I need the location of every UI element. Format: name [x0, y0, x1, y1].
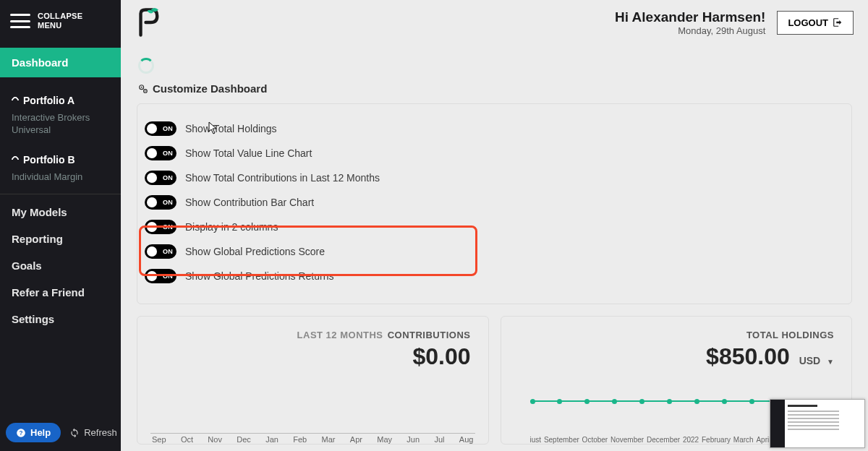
currency-label: USD — [799, 355, 821, 366]
contributions-title: CONTRIBUTIONS — [388, 330, 471, 340]
portfolio-b-label: Portfolio B — [23, 154, 75, 166]
contributions-prefix: LAST 12 MONTHS — [297, 330, 383, 340]
portfolio-icon — [10, 155, 20, 165]
help-label: Help — [30, 427, 51, 438]
refresh-icon — [69, 428, 80, 438]
logout-button[interactable]: LOGOUT — [777, 11, 854, 35]
toggle-label: Show Total Holdings — [185, 123, 277, 134]
toggle-label: Show Global Predictions Score — [185, 246, 325, 257]
toggle-label: Display in 2 columns — [185, 221, 278, 233]
nav-portfolio-a[interactable]: Portfolio A — [0, 87, 121, 109]
gears-icon — [138, 84, 148, 94]
collapse-menu-label: COLLAPSEMENU — [38, 12, 82, 30]
help-icon: ? — [16, 428, 26, 438]
contributions-value: $0.00 — [155, 343, 471, 370]
toggle-total-contributions[interactable]: ON — [145, 171, 176, 185]
greeting-block: Hi Alexander Harmsen! Monday, 29th Augus… — [615, 9, 765, 36]
toggle-contribution-bar-chart[interactable]: ON — [145, 195, 176, 210]
nav-dashboard[interactable]: Dashboard — [0, 48, 121, 77]
portfolio-a-sub[interactable]: Interactive Brokers Universal — [0, 109, 121, 142]
date: Monday, 29th August — [615, 25, 765, 36]
customize-panel: ON Show Total Holdings ON Show Total Val… — [137, 103, 852, 304]
hamburger-icon — [10, 14, 30, 28]
nav-refer-a-friend[interactable]: Refer a Friend — [0, 279, 121, 306]
sidebar: COLLAPSEMENU Dashboard Portfolio A Inter… — [0, 0, 121, 451]
toggle-two-columns[interactable]: ON — [145, 220, 176, 234]
holdings-title: TOTAL HOLDINGS — [746, 330, 834, 340]
content: Customize Dashboard ON Show Total Holdin… — [121, 45, 868, 451]
nav-settings[interactable]: Settings — [0, 306, 121, 332]
toggle-label: Show Global Predictions Returns — [185, 270, 333, 282]
toggle-label: Show Total Contributions in Last 12 Mont… — [185, 172, 380, 184]
logout-icon — [833, 17, 843, 27]
customize-title: Customize Dashboard — [153, 82, 267, 95]
contributions-widget: LAST 12 MONTHS CONTRIBUTIONS $0.00 SepOc… — [137, 316, 489, 444]
help-button[interactable]: ? Help — [6, 423, 61, 442]
nav-portfolio-b[interactable]: Portfolio B — [0, 147, 121, 168]
refresh-label: Refresh — [84, 427, 117, 438]
main: Hi Alexander Harmsen! Monday, 29th Augus… — [121, 0, 868, 451]
logo — [135, 7, 161, 38]
toggle-label: Show Contribution Bar Chart — [185, 197, 314, 208]
svg-point-3 — [141, 86, 142, 87]
video-thumbnail[interactable] — [770, 399, 865, 448]
caret-down-icon: ▼ — [827, 358, 834, 366]
customize-dashboard-header[interactable]: Customize Dashboard — [138, 82, 852, 95]
holdings-value[interactable]: $850.00 USD ▼ — [519, 343, 835, 370]
refresh-button[interactable]: Refresh — [67, 423, 120, 442]
toggle-total-holdings[interactable]: ON — [145, 121, 176, 136]
contributions-months: SepOctNovDecJanFebMarAprMayJunJulAug — [152, 435, 474, 444]
nav-goals[interactable]: Goals — [0, 252, 121, 279]
toggle-gp-returns[interactable]: ON — [145, 269, 176, 283]
portfolio-a-label: Portfolio A — [23, 95, 75, 106]
loading-spinner-icon — [138, 58, 154, 74]
portfolio-icon — [10, 95, 20, 106]
svg-text:?: ? — [20, 429, 23, 436]
nav-my-models[interactable]: My Models — [0, 199, 121, 226]
toggle-label: Show Total Value Line Chart — [185, 147, 312, 159]
portfolio-b-sub[interactable]: Individual Margin — [0, 168, 121, 189]
greeting: Hi Alexander Harmsen! — [615, 9, 765, 25]
topbar: Hi Alexander Harmsen! Monday, 29th Augus… — [121, 0, 868, 45]
svg-point-5 — [145, 90, 145, 91]
nav-reporting[interactable]: Reporting — [0, 226, 121, 252]
collapse-menu-button[interactable]: COLLAPSEMENU — [0, 0, 121, 42]
logout-label: LOGOUT — [788, 17, 828, 28]
toggle-value-line-chart[interactable]: ON — [145, 146, 176, 160]
toggle-gp-score[interactable]: ON — [145, 244, 176, 259]
